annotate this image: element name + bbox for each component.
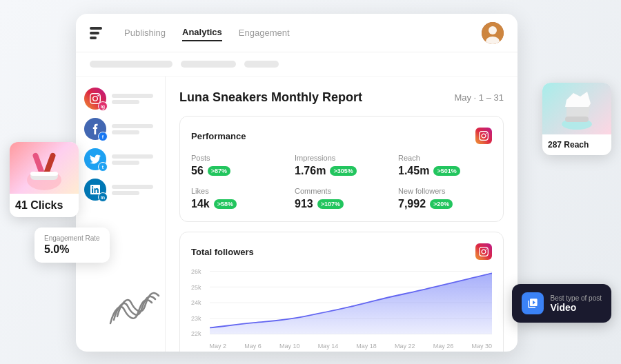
badge-reach: >501% xyxy=(433,166,460,176)
sidebar-line xyxy=(112,100,139,104)
metric-reach: Reach 1.45m >501% xyxy=(398,154,492,177)
float-card-best-post: Best type of post Video xyxy=(512,284,612,323)
sidebar-item-twitter[interactable]: t xyxy=(84,148,157,170)
engagement-rate-value: 5.0% xyxy=(44,243,100,256)
best-post-info: Best type of post Video xyxy=(551,294,602,313)
linkedin-badge: in xyxy=(98,192,108,202)
metric-impressions: Impressions 1.76m >305% xyxy=(295,154,388,177)
sidebar-line xyxy=(112,124,153,128)
metric-posts: Posts 56 >87% xyxy=(191,154,285,177)
performance-grid: Posts 56 >87% Impressions 1.76m >305% xyxy=(191,154,492,210)
facebook-avatar: f xyxy=(84,118,106,140)
sidebar-item-linkedin[interactable]: in xyxy=(84,179,157,201)
reach-visual xyxy=(556,86,598,131)
sidebar-item-instagram[interactable]: ig xyxy=(84,88,157,110)
filter-date[interactable] xyxy=(90,61,172,68)
y-axis: 26k 25k 24k 23k 22k xyxy=(191,268,204,337)
sidebar-line xyxy=(112,185,153,189)
svg-point-1 xyxy=(489,26,497,34)
float-card-engagement: Engagement Rate 5.0% xyxy=(34,228,110,263)
best-post-label: Best type of post xyxy=(551,294,602,302)
sidebar-line xyxy=(112,191,139,195)
float-card-reach: 287 Reach xyxy=(542,83,611,155)
followers-chart xyxy=(210,268,492,337)
x-axis-labels: May 2 May 6 May 10 May 14 May 18 May 22 … xyxy=(210,343,492,350)
badge-new-followers: >20% xyxy=(430,199,453,209)
clicks-image xyxy=(10,142,79,194)
app-logo[interactable] xyxy=(90,27,102,39)
sidebar-line xyxy=(112,154,153,159)
report-date: May · 1 – 31 xyxy=(454,92,504,103)
chart-container: 26k 25k 24k 23k 22k xyxy=(191,268,492,350)
tab-publishing[interactable]: Publishing xyxy=(124,25,166,41)
metric-new-followers: New followers 7,992 >20% xyxy=(398,187,492,210)
instagram-icon xyxy=(475,128,492,144)
report-header: Luna Sneakers Monthly Report May · 1 – 3… xyxy=(179,90,504,105)
squiggle-decoration xyxy=(107,285,162,330)
best-post-value: Video xyxy=(551,302,602,313)
clicks-info: 41 Clicks xyxy=(10,194,79,217)
facebook-badge: f xyxy=(98,132,108,141)
performance-card: Performance Posts 56 xyxy=(179,116,504,222)
squiggle-svg xyxy=(107,285,162,327)
badge-impressions: >305% xyxy=(330,166,356,176)
svg-rect-14 xyxy=(565,117,589,122)
twitter-avatar: t xyxy=(84,148,106,170)
sidebar-line xyxy=(112,161,139,165)
performance-title: Performance xyxy=(191,128,492,144)
metric-likes: Likes 14k >58% xyxy=(191,187,285,210)
clicks-count: 41 Clicks xyxy=(15,199,73,212)
badge-comments: >107% xyxy=(317,199,344,209)
instagram-badge: ig xyxy=(98,101,108,111)
sidebar-item-facebook[interactable]: f xyxy=(84,118,157,140)
reach-image xyxy=(542,83,611,134)
scene: Publishing Analytics Engagement xyxy=(0,0,621,364)
video-icon xyxy=(522,292,544,314)
engagement-rate-label: Engagement Rate xyxy=(44,234,100,242)
sidebar-line xyxy=(112,130,139,134)
tab-engagement[interactable]: Engagement xyxy=(239,25,290,41)
badge-likes: >58% xyxy=(214,199,237,209)
chart-title-row: Total followers xyxy=(191,243,492,260)
nav-bar: Publishing Analytics Engagement xyxy=(76,14,518,52)
chart-card: Total followers 26k 25k 24k 23k xyxy=(179,232,504,352)
sidebar-line xyxy=(112,94,153,98)
reach-info: 287 Reach xyxy=(542,134,611,155)
svg-rect-12 xyxy=(30,172,58,176)
float-card-clicks: 41 Clicks xyxy=(10,142,79,217)
filter-platform[interactable] xyxy=(181,61,236,68)
linkedin-avatar: in xyxy=(84,179,106,201)
filters-row xyxy=(76,52,518,77)
tab-analytics[interactable]: Analytics xyxy=(182,24,222,41)
chart-instagram-icon xyxy=(475,243,492,260)
report-title: Luna Sneakers Monthly Report xyxy=(179,90,362,105)
chart-title: Total followers xyxy=(191,247,254,257)
twitter-badge: t xyxy=(98,162,108,172)
filter-type[interactable] xyxy=(244,61,279,68)
main-content: Luna Sneakers Monthly Report May · 1 – 3… xyxy=(166,77,518,352)
metric-comments: Comments 913 >107% xyxy=(295,187,388,210)
instagram-avatar: ig xyxy=(84,88,106,110)
reach-count: 287 Reach xyxy=(548,140,606,150)
clicks-visual xyxy=(23,145,65,190)
badge-posts: >87% xyxy=(208,166,230,176)
chart-svg-container: May 2 May 6 May 10 May 14 May 18 May 22 … xyxy=(210,268,492,350)
user-avatar[interactable] xyxy=(482,22,504,44)
